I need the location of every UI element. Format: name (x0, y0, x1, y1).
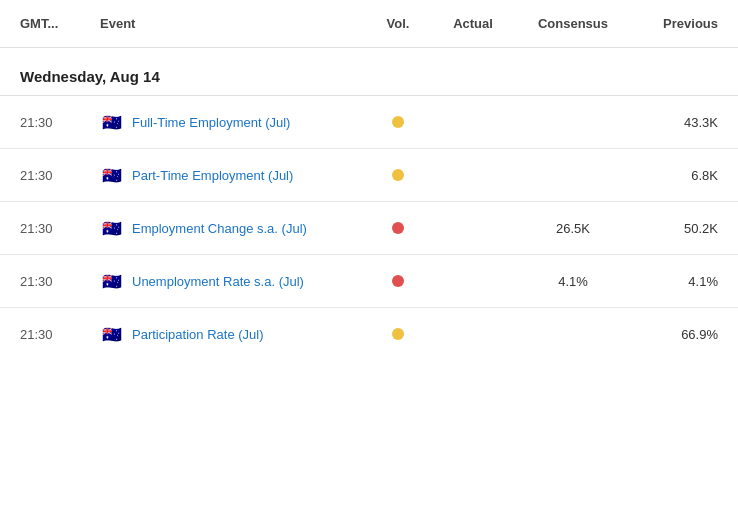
country-flag: 🇦🇺 (100, 167, 124, 183)
header-event: Event (100, 16, 368, 31)
header-previous: Previous (628, 16, 718, 31)
country-flag: 🇦🇺 (100, 273, 124, 289)
volatility-dot (392, 116, 404, 128)
previous-cell: 66.9% (628, 327, 718, 342)
volatility-dot (392, 328, 404, 340)
vol-cell (368, 116, 428, 128)
previous-cell: 43.3K (628, 115, 718, 130)
vol-cell (368, 328, 428, 340)
table-row: 21:30 🇦🇺 Employment Change s.a. (Jul) 26… (0, 202, 738, 255)
table-body: 21:30 🇦🇺 Full-Time Employment (Jul) 43.3… (0, 96, 738, 360)
table-row: 21:30 🇦🇺 Full-Time Employment (Jul) 43.3… (0, 96, 738, 149)
event-name[interactable]: Part-Time Employment (Jul) (132, 168, 293, 183)
gmt-cell: 21:30 (20, 327, 100, 342)
volatility-dot (392, 275, 404, 287)
header-gmt: GMT... (20, 16, 100, 31)
table-row: 21:30 🇦🇺 Participation Rate (Jul) 66.9% (0, 308, 738, 360)
event-cell: 🇦🇺 Participation Rate (Jul) (100, 326, 368, 342)
volatility-dot (392, 222, 404, 234)
gmt-cell: 21:30 (20, 221, 100, 236)
event-cell: 🇦🇺 Full-Time Employment (Jul) (100, 114, 368, 130)
event-name[interactable]: Full-Time Employment (Jul) (132, 115, 290, 130)
vol-cell (368, 169, 428, 181)
previous-cell: 4.1% (628, 274, 718, 289)
table-row: 21:30 🇦🇺 Part-Time Employment (Jul) 6.8K (0, 149, 738, 202)
header-consensus: Consensus (518, 16, 628, 31)
vol-cell (368, 222, 428, 234)
country-flag: 🇦🇺 (100, 326, 124, 342)
event-cell: 🇦🇺 Part-Time Employment (Jul) (100, 167, 368, 183)
event-name[interactable]: Unemployment Rate s.a. (Jul) (132, 274, 304, 289)
previous-cell: 50.2K (628, 221, 718, 236)
table-row: 21:30 🇦🇺 Unemployment Rate s.a. (Jul) 4.… (0, 255, 738, 308)
vol-cell (368, 275, 428, 287)
volatility-dot (392, 169, 404, 181)
previous-cell: 6.8K (628, 168, 718, 183)
header-actual: Actual (428, 16, 518, 31)
consensus-cell: 26.5K (518, 221, 628, 236)
event-name[interactable]: Participation Rate (Jul) (132, 327, 264, 342)
table-header: GMT... Event Vol. Actual Consensus Previ… (0, 0, 738, 48)
economic-calendar-table: GMT... Event Vol. Actual Consensus Previ… (0, 0, 738, 511)
event-name[interactable]: Employment Change s.a. (Jul) (132, 221, 307, 236)
consensus-cell: 4.1% (518, 274, 628, 289)
header-vol: Vol. (368, 16, 428, 31)
country-flag: 🇦🇺 (100, 220, 124, 236)
gmt-cell: 21:30 (20, 115, 100, 130)
section-date-header: Wednesday, Aug 14 (0, 48, 738, 96)
gmt-cell: 21:30 (20, 168, 100, 183)
event-cell: 🇦🇺 Unemployment Rate s.a. (Jul) (100, 273, 368, 289)
country-flag: 🇦🇺 (100, 114, 124, 130)
event-cell: 🇦🇺 Employment Change s.a. (Jul) (100, 220, 368, 236)
gmt-cell: 21:30 (20, 274, 100, 289)
